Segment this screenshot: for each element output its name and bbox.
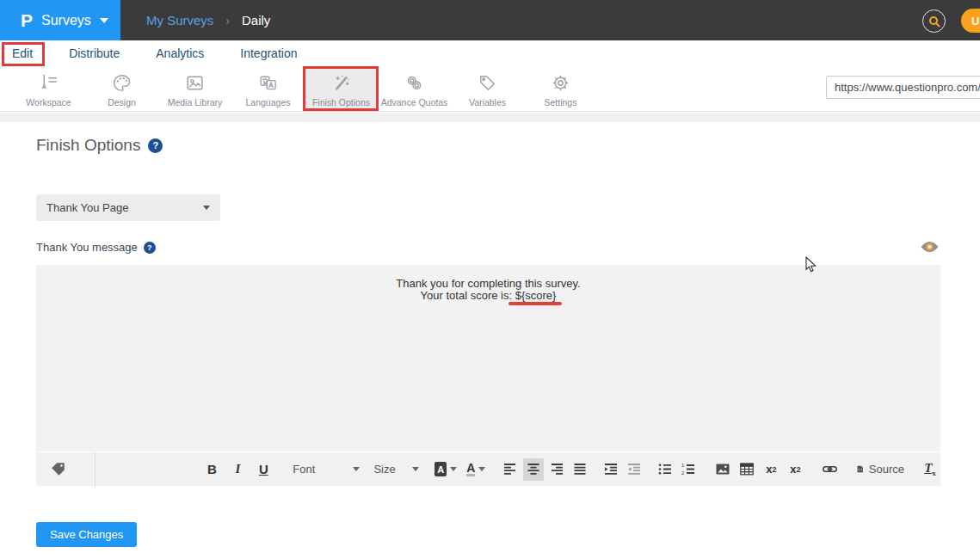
ribbon-label: Workspace [26,97,71,108]
tab-edit[interactable]: Edit [12,43,33,65]
chevron-down-icon [353,467,360,471]
editor-line-1: Thank you for completing this survey. [36,278,940,290]
questionpro-app: P Surveys My Surveys › Daily Up Edit Dis… [0,0,980,559]
editor-line-2: Your total score is: ${score} [36,290,940,302]
align-center-button[interactable] [523,458,544,481]
insert-variable-tag-button[interactable] [48,458,69,481]
tab-distribute[interactable]: Distribute [69,43,120,65]
font-family-dropdown[interactable]: Font [293,458,360,481]
decrease-indent-button[interactable] [624,458,644,481]
ribbon-label: Media Library [168,97,223,108]
editor-toolbar: B I U Font Size A A [36,452,940,486]
questionpro-logo-icon: P [21,11,33,29]
ribbon-label: Languages [246,97,291,108]
tab-analytics[interactable]: Analytics [156,43,204,65]
ribbon-item-variables[interactable]: Variables [451,67,524,111]
help-icon[interactable]: ? [144,242,156,254]
ribbon-item-finish-options[interactable]: Finish Options [305,67,378,111]
palette-icon [111,71,133,94]
breadcrumb: My Surveys › Daily [146,0,270,40]
subscript-button[interactable]: x2 [761,458,781,481]
ribbon-item-media-library[interactable]: Media Library [158,67,231,111]
breadcrumb-my-surveys[interactable]: My Surveys [146,13,213,28]
bullet-list-button[interactable] [655,458,675,481]
insert-table-button[interactable] [737,458,757,481]
workspace-icon [38,71,59,94]
remove-format-button[interactable]: Tx [920,458,940,481]
ribbon-label: Variables [469,97,506,108]
ribbon-label: Advance Quotas [381,97,448,108]
top-navbar: P Surveys My Surveys › Daily Up [0,0,980,40]
finish-option-type-dropdown[interactable]: Thank You Page [36,194,220,221]
chevron-down-icon [478,467,485,471]
align-right-button[interactable] [546,458,567,481]
save-changes-button[interactable]: Save Changes [36,522,137,547]
ribbon-item-design[interactable]: Design [85,67,158,111]
chain-icon [404,71,425,94]
tag-icon [477,71,498,94]
background-color-icon: A [435,462,447,476]
ribbon-label: Design [108,97,136,108]
svg-text:2: 2 [681,470,685,476]
align-left-button[interactable] [500,458,521,481]
insert-link-button[interactable] [819,458,840,481]
page-title: Finish Options [36,136,140,155]
insert-image-button[interactable] [712,458,733,481]
justify-button[interactable] [570,458,590,481]
numbered-list-button[interactable]: 12 [678,458,699,481]
background-color-button[interactable]: A [435,458,457,481]
ribbon-item-advance-quotas[interactable]: Advance Quotas [378,67,451,111]
translate-icon [257,71,279,94]
ribbon-label: Settings [545,97,577,108]
chevron-down-icon [450,467,457,471]
italic-button[interactable]: I [227,458,248,481]
breadcrumb-current-survey: Daily [242,13,270,28]
font-size-dropdown[interactable]: Size [373,458,419,481]
bold-button[interactable]: B [201,458,222,481]
ribbon-item-languages[interactable]: Languages [231,67,305,111]
tab-integration[interactable]: Integration [240,43,297,65]
editor-content: Thank you for completing this survey. Yo… [36,265,940,302]
breadcrumb-separator-icon: › [225,14,230,28]
superscript-button[interactable]: x2 [785,458,805,481]
ribbon-label: Finish Options [312,97,370,108]
source-icon [857,463,863,476]
dropdown-selected-value: Thank You Page [46,201,203,214]
help-icon[interactable]: ? [148,138,163,153]
underline-button[interactable]: U [253,458,274,481]
page-background-strip [0,113,980,122]
search-button[interactable] [922,9,946,33]
toolbar-divider [95,452,96,487]
magic-wand-icon [330,71,352,94]
upgrade-button[interactable]: Up [961,9,980,33]
image-icon [184,71,206,94]
product-switcher[interactable]: P Surveys [0,0,120,40]
survey-tabs: Edit Distribute Analytics Integration [0,40,980,67]
chevron-down-icon [412,467,419,471]
search-icon [928,15,940,28]
text-color-button[interactable]: A [465,458,486,481]
chevron-down-icon [100,18,108,23]
view-source-button[interactable]: Source [857,458,904,481]
preview-eye-icon[interactable] [920,240,940,254]
svg-text:1: 1 [681,463,685,468]
gear-icon [550,71,571,94]
thank-you-message-label: Thank You message [36,241,138,254]
ribbon-item-workspace[interactable]: Workspace [12,67,85,111]
score-variable: ${score} [515,289,557,302]
survey-url-input[interactable] [826,76,980,99]
product-name: Surveys [41,13,91,28]
ribbon-item-settings[interactable]: Settings [524,67,597,111]
thank-you-message-editor[interactable]: Thank you for completing this survey. Yo… [36,265,940,452]
increase-indent-button[interactable] [601,458,621,481]
chevron-down-icon [203,206,210,210]
text-color-icon: A [466,463,475,476]
finish-options-panel: Finish Options ? Thank You Page Thank Yo… [0,122,980,559]
